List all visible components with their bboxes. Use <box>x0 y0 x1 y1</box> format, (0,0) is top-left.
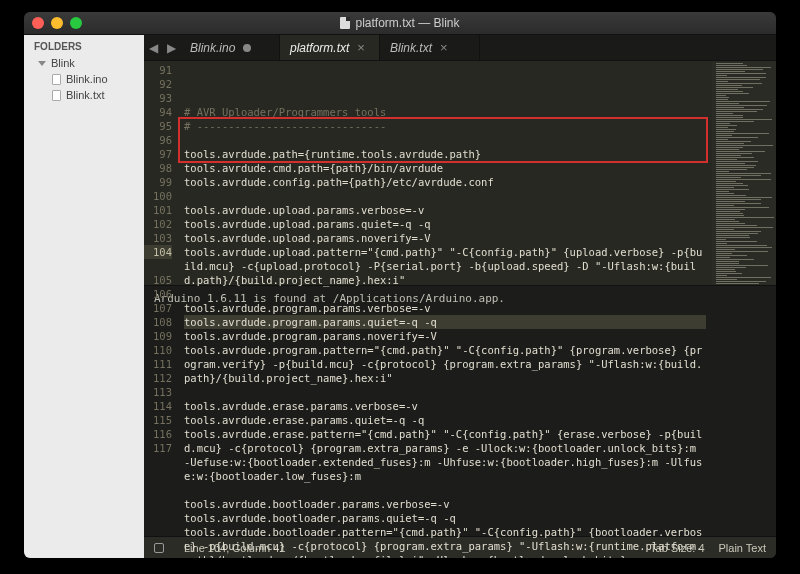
window-controls <box>32 17 82 29</box>
file-item[interactable]: Blink.ino <box>32 71 144 87</box>
file-icon <box>52 90 61 101</box>
nav-back-button[interactable]: ◀ <box>144 35 162 60</box>
editor-window: platform.txt — Blink FOLDERS Blink Blink… <box>24 12 776 558</box>
tab-label: Blink.txt <box>390 41 432 55</box>
tab-label: Blink.ino <box>190 41 235 55</box>
file-item[interactable]: Blink.txt <box>32 87 144 103</box>
main-body: FOLDERS Blink Blink.ino Blink.txt ◀ <box>24 34 776 558</box>
file-icon <box>52 74 61 85</box>
panel-toggle-icon[interactable] <box>154 543 164 553</box>
close-window-button[interactable] <box>32 17 44 29</box>
code-area: 91 92 93 94 95 96 97 98 99 100 101 102 1… <box>144 61 776 285</box>
tab-platform-txt[interactable]: platform.txt × <box>280 35 380 60</box>
window-title-text: platform.txt — Blink <box>355 16 459 30</box>
sidebar-heading: FOLDERS <box>24 41 144 55</box>
folder-tree: Blink Blink.ino Blink.txt <box>24 55 144 103</box>
line-number-gutter: 91 92 93 94 95 96 97 98 99 100 101 102 1… <box>144 61 178 285</box>
folder-label: Blink <box>51 57 75 69</box>
folder-root[interactable]: Blink <box>32 55 144 71</box>
document-icon <box>340 17 350 29</box>
zoom-window-button[interactable] <box>70 17 82 29</box>
tab-bar: ◀ ▶ Blink.ino platform.txt × Blink.txt × <box>144 35 776 61</box>
close-tab-icon[interactable]: × <box>440 40 448 55</box>
close-tab-icon[interactable]: × <box>357 40 365 55</box>
file-label: Blink.txt <box>66 89 105 101</box>
editor-column: ◀ ▶ Blink.ino platform.txt × Blink.txt ×… <box>144 35 776 558</box>
minimap[interactable] <box>712 61 776 285</box>
dirty-indicator-icon <box>243 44 251 52</box>
disclosure-triangle-icon <box>38 61 46 66</box>
minimize-window-button[interactable] <box>51 17 63 29</box>
code-editor[interactable]: # AVR Uploader/Programmers tools# ------… <box>178 61 712 285</box>
tab-label: platform.txt <box>290 41 349 55</box>
sidebar: FOLDERS Blink Blink.ino Blink.txt <box>24 35 144 558</box>
file-label: Blink.ino <box>66 73 108 85</box>
syntax-selector[interactable]: Plain Text <box>719 542 767 554</box>
window-title: platform.txt — Blink <box>24 16 776 30</box>
tab-blink-txt[interactable]: Blink.txt × <box>380 35 480 60</box>
titlebar: platform.txt — Blink <box>24 12 776 34</box>
nav-forward-button[interactable]: ▶ <box>162 35 180 60</box>
tab-blink-ino[interactable]: Blink.ino <box>180 35 280 60</box>
